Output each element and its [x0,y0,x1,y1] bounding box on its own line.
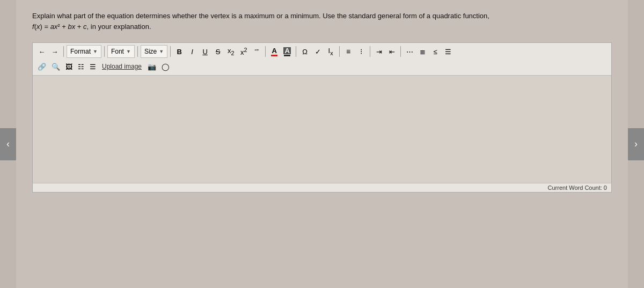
link-icon: 🔗 [38,63,46,71]
italic-label: I [191,48,193,56]
toolbar: ← → Format ▼ Font ▼ Size ▼ [33,43,611,76]
ordered-list-icon: ≡ [346,47,350,56]
align-left-button[interactable]: ⋯ [404,45,415,58]
chevron-right-icon: › [634,138,638,150]
image-icon: 🖼 [65,63,72,71]
bold-button[interactable]: B [173,45,185,58]
link-button[interactable]: 🔗 [36,60,48,73]
unordered-list-button[interactable]: ⁝ [355,45,367,58]
justify-button[interactable]: ☰ [442,45,454,58]
subscript-label: x2 [228,47,235,56]
quote-label: “” [254,48,258,55]
size-dropdown-arrow: ▼ [159,49,164,54]
check-icon: ✓ [315,48,321,56]
format-dropdown[interactable]: Format ▼ [67,45,101,58]
question-line2: f(x) = ax² + bx + c, in your explanation… [32,23,151,31]
subscript-button[interactable]: x2 [225,45,237,58]
font-color-icon: A [271,47,277,56]
nav-next-button[interactable]: › [628,128,644,160]
font-dropdown-arrow: ▼ [126,49,131,54]
format-dropdown-arrow: ▼ [93,49,98,54]
word-count-text: Current Word Count: 0 [548,184,607,191]
question-line1: Explain what part of the equation determ… [32,12,489,20]
underline-label: U [202,48,207,56]
indent-button[interactable]: ⇥ [373,45,385,58]
search-button[interactable]: 🔍 [50,60,62,73]
table-button[interactable]: ☷ [76,60,86,73]
undo-button[interactable]: ← [36,45,48,58]
list-icon: ☰ [90,63,96,71]
separator-6 [296,46,296,57]
align-center-button[interactable]: ≣ [416,45,428,58]
separator-2 [104,46,105,57]
word-count-bar: Current Word Count: 0 [33,183,611,192]
special-char-button[interactable]: Ω [299,45,311,58]
chevron-left-icon: ‹ [6,138,10,150]
outdent-icon: ⇤ [389,48,395,56]
search-icon: 🔍 [52,63,60,71]
justify-icon: ☰ [445,48,451,56]
font-color-button[interactable]: A [268,45,280,58]
toolbar-row2: 🔗 🔍 🖼 ☷ ☰ Upload i [36,60,608,73]
indent-icon: ⇥ [376,48,382,56]
font-dropdown[interactable]: Font ▼ [107,45,135,58]
media-icon: 📷 [148,63,156,71]
align-center-icon: ≣ [420,48,426,56]
underline-button[interactable]: U [199,45,211,58]
omega-icon: Ω [302,48,308,56]
separator-5 [265,46,266,57]
unordered-list-icon: ⁝ [360,47,362,56]
table-icon: ☷ [78,63,84,71]
quote-button[interactable]: “” [251,45,262,58]
separator-7 [339,46,340,57]
strikethrough-button[interactable]: S [212,45,224,58]
bg-color-button[interactable]: A [281,45,293,58]
strikethrough-label: S [216,48,221,56]
editor-content-area[interactable] [33,76,611,183]
clear-format-button[interactable]: Ix [325,45,336,58]
separator-8 [370,46,370,57]
outdent-button[interactable]: ⇤ [386,45,398,58]
ordered-list-button[interactable]: ≡ [342,45,354,58]
separator-3 [137,46,138,57]
redo-button[interactable]: → [49,45,61,58]
upload-image-link[interactable]: Upload image [100,62,144,71]
image-button[interactable]: 🖼 [64,60,74,73]
editor-wrapper: ← → Format ▼ Font ▼ Size ▼ [32,42,612,193]
media-button[interactable]: 📷 [146,60,158,73]
separator-9 [400,46,401,57]
main-container: Explain what part of the equation determ… [16,0,628,288]
bold-label: B [177,48,181,56]
align-left-icon: ⋯ [406,48,413,56]
italic-button[interactable]: I [186,45,198,58]
record-button[interactable]: ◯ [160,60,171,73]
format-label: Format [70,48,91,55]
superscript-label: x2 [240,47,247,56]
record-icon: ◯ [162,63,170,71]
separator-4 [170,46,171,57]
align-right-icon: ≤ [434,48,437,56]
align-right-button[interactable]: ≤ [429,45,441,58]
nav-prev-button[interactable]: ‹ [0,128,16,160]
size-label: Size [144,48,157,55]
clear-format-icon: Ix [328,47,333,56]
check-button[interactable]: ✓ [312,45,324,58]
separator-1 [63,46,64,57]
question-text: Explain what part of the equation determ… [32,11,612,32]
superscript-button[interactable]: x2 [238,45,250,58]
size-dropdown[interactable]: Size ▼ [141,45,167,58]
list-button[interactable]: ☰ [88,60,98,73]
toolbar-row1: ← → Format ▼ Font ▼ Size ▼ [36,45,608,58]
font-label: Font [111,48,124,55]
bg-color-icon: A [283,47,290,56]
